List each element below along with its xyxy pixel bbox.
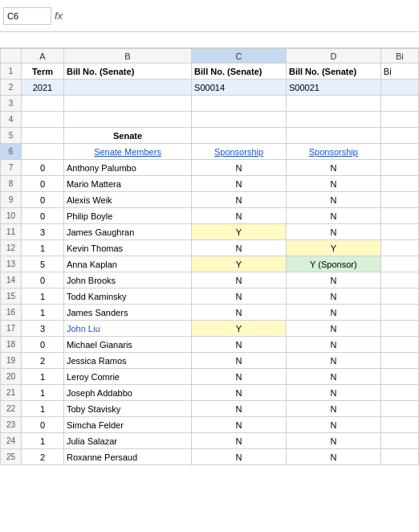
col-a[interactable]: 1: [21, 401, 63, 417]
col-b[interactable]: Senate: [63, 128, 191, 144]
col-c[interactable]: [192, 112, 287, 128]
col-c[interactable]: N: [192, 417, 287, 433]
col-a[interactable]: 1: [21, 433, 63, 449]
col-header-c[interactable]: C: [192, 49, 287, 63]
col-b[interactable]: Senate Members: [63, 144, 191, 160]
col-e[interactable]: [380, 80, 418, 96]
col-a[interactable]: 2: [21, 353, 63, 369]
col-a[interactable]: 0: [21, 417, 63, 433]
col-c[interactable]: [192, 128, 287, 144]
col-c[interactable]: Sponsorship: [192, 144, 287, 160]
col-e[interactable]: [380, 337, 418, 353]
col-a[interactable]: 0: [21, 272, 63, 289]
col-e[interactable]: [380, 369, 418, 385]
col-e[interactable]: [380, 144, 418, 160]
col-a[interactable]: 0: [21, 192, 63, 208]
col-d[interactable]: [286, 112, 380, 128]
col-c[interactable]: N: [192, 289, 287, 305]
col-d[interactable]: N: [286, 337, 380, 353]
col-d[interactable]: N: [286, 321, 380, 337]
col-e[interactable]: [380, 289, 418, 305]
col-c[interactable]: N: [192, 449, 287, 465]
col-e[interactable]: [380, 401, 418, 417]
col-c[interactable]: N: [192, 160, 287, 176]
col-d[interactable]: N: [286, 305, 380, 321]
col-e[interactable]: [380, 192, 418, 208]
col-c[interactable]: N: [192, 353, 287, 369]
col-a[interactable]: [21, 144, 63, 160]
col-e[interactable]: [380, 112, 418, 128]
col-e[interactable]: [380, 305, 418, 321]
col-d[interactable]: N: [286, 449, 380, 465]
col-b[interactable]: Anna Kaplan: [63, 256, 191, 272]
col-a[interactable]: 3: [21, 321, 63, 337]
col-c[interactable]: N: [192, 240, 287, 256]
col-d[interactable]: N: [286, 369, 380, 385]
col-d[interactable]: Bill No. (Senate): [286, 63, 380, 80]
col-e[interactable]: Bi: [380, 63, 418, 80]
col-e[interactable]: [380, 240, 418, 256]
col-d[interactable]: N: [286, 289, 380, 305]
col-e[interactable]: [380, 433, 418, 449]
col-d[interactable]: N: [286, 353, 380, 369]
col-a[interactable]: 0: [21, 176, 63, 192]
col-b[interactable]: Toby Stavisky: [63, 401, 191, 417]
col-a[interactable]: 2: [21, 449, 63, 465]
name-box[interactable]: [3, 7, 51, 25]
col-c[interactable]: Y: [192, 321, 287, 337]
col-c[interactable]: N: [192, 208, 287, 224]
col-d[interactable]: Sponsorship: [286, 144, 380, 160]
col-header-a[interactable]: A: [21, 49, 63, 63]
col-e[interactable]: [380, 256, 418, 272]
col-a[interactable]: 1: [21, 289, 63, 305]
col-c[interactable]: [192, 96, 287, 112]
col-e[interactable]: [380, 272, 418, 289]
col-a[interactable]: 2021: [21, 80, 63, 96]
col-c[interactable]: Bill No. (Senate): [192, 63, 287, 80]
col-c[interactable]: N: [192, 433, 287, 449]
col-d[interactable]: [286, 128, 380, 144]
col-b[interactable]: James Gaughran: [63, 224, 191, 240]
col-b[interactable]: Bill No. (Senate): [63, 63, 191, 80]
col-a[interactable]: 1: [21, 240, 63, 256]
col-a[interactable]: 5: [21, 256, 63, 272]
col-c[interactable]: N: [192, 305, 287, 321]
col-d[interactable]: N: [286, 208, 380, 224]
col-c[interactable]: N: [192, 401, 287, 417]
col-b[interactable]: Roxanne Persaud: [63, 449, 191, 465]
col-b[interactable]: Mario Mattera: [63, 176, 191, 192]
col-a[interactable]: 1: [21, 385, 63, 401]
col-b[interactable]: John Brooks: [63, 272, 191, 289]
col-b[interactable]: [63, 112, 191, 128]
col-c[interactable]: N: [192, 272, 287, 289]
col-b[interactable]: Michael Gianaris: [63, 337, 191, 353]
col-a[interactable]: 1: [21, 369, 63, 385]
col-d[interactable]: N: [286, 272, 380, 289]
col-d[interactable]: Y: [286, 240, 380, 256]
col-e[interactable]: [380, 385, 418, 401]
col-a[interactable]: [21, 96, 63, 112]
col-e[interactable]: [380, 160, 418, 176]
col-d[interactable]: N: [286, 176, 380, 192]
col-a[interactable]: 0: [21, 208, 63, 224]
col-b[interactable]: Julia Salazar: [63, 433, 191, 449]
col-d[interactable]: [286, 96, 380, 112]
col-b[interactable]: Leroy Comrie: [63, 369, 191, 385]
col-a[interactable]: 0: [21, 160, 63, 176]
col-d[interactable]: N: [286, 192, 380, 208]
col-b[interactable]: [63, 96, 191, 112]
col-c[interactable]: Y: [192, 256, 287, 272]
col-b[interactable]: Alexis Weik: [63, 192, 191, 208]
col-b[interactable]: Anthony Palumbo: [63, 160, 191, 176]
col-b[interactable]: Kevin Thomas: [63, 240, 191, 256]
col-a[interactable]: [21, 112, 63, 128]
col-a[interactable]: [21, 128, 63, 144]
col-e[interactable]: [380, 128, 418, 144]
col-d[interactable]: N: [286, 401, 380, 417]
col-d[interactable]: S00021: [286, 80, 380, 96]
col-header-e[interactable]: Bi: [380, 49, 418, 63]
col-b[interactable]: Philip Boyle: [63, 208, 191, 224]
col-d[interactable]: N: [286, 433, 380, 449]
col-header-b[interactable]: B: [63, 49, 191, 63]
col-b[interactable]: John Liu: [63, 321, 191, 337]
